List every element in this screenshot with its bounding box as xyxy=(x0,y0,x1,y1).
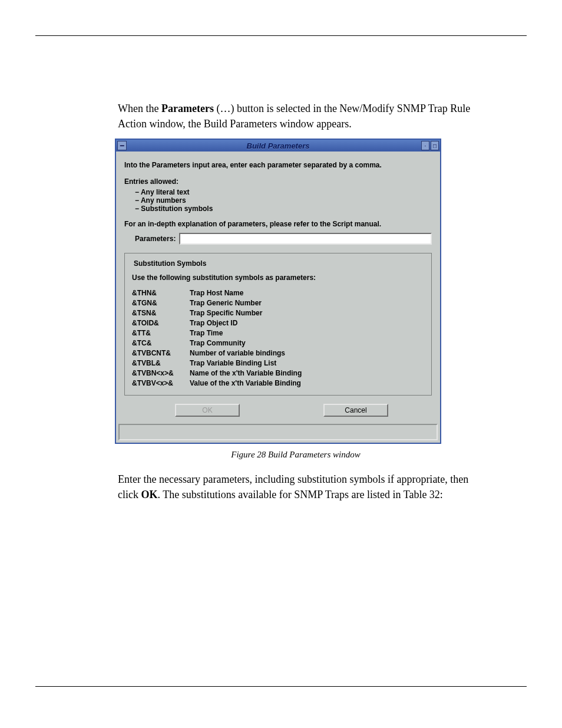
outro-paragraph: Enter the necessary parameters, includin… xyxy=(118,472,474,502)
description-cell: Number of variable bindings xyxy=(190,348,424,358)
build-parameters-window: − Build Parameters · □ Into the Paramete… xyxy=(115,139,441,444)
system-menu-icon[interactable]: − xyxy=(117,141,127,150)
substitution-fieldset: Substitution Symbols Use the following s… xyxy=(124,253,432,396)
substitution-intro: Use the following substitution symbols a… xyxy=(132,274,424,282)
description-cell: Name of the x'th Variable Binding xyxy=(190,368,424,378)
allowed-item: Substitution symbols xyxy=(135,205,432,213)
reference-text: For an in-depth explanation of parameter… xyxy=(124,220,432,228)
substitution-table: &THN&Trap Host Name&TGN&Trap Generic Num… xyxy=(132,288,424,388)
parameters-input[interactable] xyxy=(179,233,432,245)
symbol-cell: &TVBN<x>& xyxy=(132,368,190,378)
table-row: &TOID&Trap Object ID xyxy=(132,318,424,328)
symbol-cell: &TVBCNT& xyxy=(132,348,190,358)
allowed-header: Entries allowed: xyxy=(124,177,432,186)
allowed-list: Any literal text Any numbers Substitutio… xyxy=(124,188,432,213)
table-row: &TC&Trap Community xyxy=(132,338,424,348)
ok-button[interactable]: OK xyxy=(175,404,240,417)
maximize-icon[interactable]: □ xyxy=(431,141,439,150)
table-row: &TVBL&Trap Variable Binding List xyxy=(132,358,424,368)
outro-bold: OK xyxy=(141,489,157,500)
description-cell: Trap Specific Number xyxy=(190,308,424,318)
instruction-text: Into the Parameters input area, enter ea… xyxy=(124,161,432,169)
status-bar xyxy=(118,424,438,440)
table-row: &TGN&Trap Generic Number xyxy=(132,298,424,308)
description-cell: Value of the x'th Variable Binding xyxy=(190,378,424,388)
table-row: &TT&Trap Time xyxy=(132,328,424,338)
description-cell: Trap Community xyxy=(190,338,424,348)
footer-rule xyxy=(35,686,527,687)
description-cell: Trap Host Name xyxy=(190,288,424,298)
symbol-cell: &TVBV<x>& xyxy=(132,378,190,388)
table-row: &TVBV<x>&Value of the x'th Variable Bind… xyxy=(132,378,424,388)
table-row: &TVBCNT&Number of variable bindings xyxy=(132,348,424,358)
symbol-cell: &TGN& xyxy=(132,298,190,308)
symbol-cell: &TC& xyxy=(132,338,190,348)
intro-bold: Parameters xyxy=(161,103,214,114)
figure-caption: Figure 28 Build Parameters window xyxy=(118,450,474,460)
intro-paragraph: When the Parameters (…) button is select… xyxy=(118,101,474,131)
outro-suffix: . The substitutions available for SNMP T… xyxy=(158,489,443,500)
description-cell: Trap Time xyxy=(190,328,424,338)
description-cell: Trap Generic Number xyxy=(190,298,424,308)
titlebar: − Build Parameters · □ xyxy=(116,140,440,151)
symbol-cell: &THN& xyxy=(132,288,190,298)
minimize-icon[interactable]: · xyxy=(421,141,429,150)
symbol-cell: &TSN& xyxy=(132,308,190,318)
window-title: Build Parameters xyxy=(116,141,440,150)
table-row: &TVBN<x>&Name of the x'th Variable Bindi… xyxy=(132,368,424,378)
description-cell: Trap Object ID xyxy=(190,318,424,328)
substitution-legend: Substitution Symbols xyxy=(132,259,208,268)
allowed-item: Any literal text xyxy=(135,188,432,196)
table-row: &TSN&Trap Specific Number xyxy=(132,308,424,318)
parameters-label: Parameters: xyxy=(135,235,176,243)
symbol-cell: &TT& xyxy=(132,328,190,338)
description-cell: Trap Variable Binding List xyxy=(190,358,424,368)
symbol-cell: &TOID& xyxy=(132,318,190,328)
symbol-cell: &TVBL& xyxy=(132,358,190,368)
header-rule xyxy=(35,35,527,36)
intro-prefix: When the xyxy=(118,103,161,114)
table-row: &THN&Trap Host Name xyxy=(132,288,424,298)
allowed-item: Any numbers xyxy=(135,196,432,205)
cancel-button[interactable]: Cancel xyxy=(323,404,388,417)
